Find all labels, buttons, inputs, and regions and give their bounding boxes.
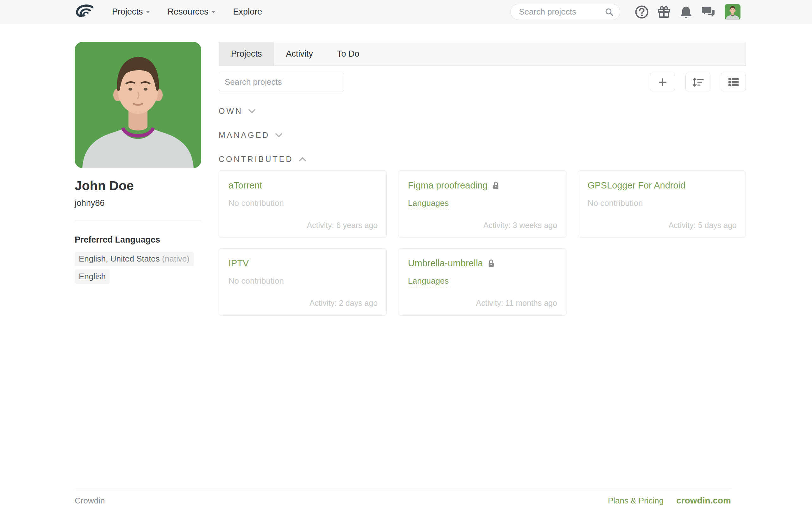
- help-icon[interactable]: [633, 3, 651, 21]
- global-search-input[interactable]: [519, 7, 604, 17]
- language-badge: English: [75, 269, 110, 284]
- lock-icon: [492, 181, 500, 190]
- language-name: English, United States: [79, 254, 160, 263]
- list-view-button[interactable]: [721, 73, 746, 91]
- section-managed-label: MANAGED: [219, 131, 270, 140]
- footer-links: Plans & Pricing crowdin.com: [608, 496, 731, 506]
- project-activity: Activity: 11 months ago: [476, 299, 557, 308]
- project-contribution: No contribution: [588, 198, 736, 208]
- footer-brand-text: Crowdin: [75, 496, 105, 506]
- plans-pricing-link[interactable]: Plans & Pricing: [608, 496, 664, 506]
- project-languages-link[interactable]: Languages: [408, 276, 449, 287]
- project-activity: Activity: 2 days ago: [309, 299, 377, 308]
- menu-resources-label: Resources: [168, 7, 209, 17]
- tab-projects[interactable]: Projects: [219, 42, 274, 66]
- crowdin-logo-icon[interactable]: [75, 4, 94, 20]
- tab-todo[interactable]: To Do: [325, 42, 371, 66]
- add-project-button[interactable]: [650, 73, 675, 91]
- gift-icon[interactable]: [655, 3, 673, 21]
- list-view-icon: [728, 77, 739, 87]
- language-badges: English, United States (native) English: [75, 252, 201, 284]
- sort-icon: [692, 77, 704, 88]
- chevron-down-icon: [275, 133, 282, 137]
- menu-explore[interactable]: Explore: [233, 7, 262, 17]
- language-badge: English, United States (native): [75, 252, 194, 266]
- projects-toolbar: [219, 73, 746, 91]
- global-search: [510, 4, 620, 20]
- profile-tabs: Projects Activity To Do: [219, 42, 746, 66]
- page-footer: Crowdin Plans & Pricing crowdin.com: [75, 489, 731, 506]
- project-contribution: No contribution: [228, 276, 377, 286]
- plus-icon: [657, 77, 668, 88]
- user-avatar[interactable]: [725, 4, 740, 20]
- project-link[interactable]: GPSLogger For Android: [588, 180, 686, 191]
- sort-button[interactable]: [685, 73, 711, 91]
- project-card: IPTV No contribution Activity: 2 days ag…: [219, 248, 387, 316]
- preferred-languages-title: Preferred Languages: [75, 235, 201, 245]
- sidebar-divider: [75, 220, 201, 221]
- menu-explore-label: Explore: [233, 7, 262, 17]
- project-card: Figma proofreading Languages Activity: 3…: [398, 170, 566, 238]
- project-link[interactable]: aTorrent: [228, 180, 262, 191]
- main-menu: Projects Resources Explore: [112, 7, 262, 17]
- contributed-projects-grid: aTorrent No contribution Activity: 6 yea…: [219, 170, 746, 316]
- messages-icon[interactable]: [699, 3, 717, 21]
- menu-projects[interactable]: Projects: [112, 7, 150, 17]
- project-card: aTorrent No contribution Activity: 6 yea…: [219, 170, 387, 238]
- project-contribution: No contribution: [228, 198, 377, 208]
- project-link[interactable]: Figma proofreading: [408, 180, 487, 191]
- chevron-up-icon: [299, 157, 306, 161]
- toolbar-buttons: [650, 73, 746, 91]
- language-name: English: [79, 272, 106, 281]
- menu-projects-label: Projects: [112, 7, 143, 17]
- project-link[interactable]: Umbrella-umbrella: [408, 258, 483, 268]
- project-languages-link[interactable]: Languages: [408, 198, 449, 209]
- search-icon[interactable]: [604, 7, 614, 17]
- top-navbar: Projects Resources Explore: [0, 0, 812, 24]
- project-activity: Activity: 5 days ago: [669, 221, 737, 230]
- page-body: John Doe johny86 Preferred Languages Eng…: [0, 24, 812, 489]
- profile-username: johny86: [75, 198, 201, 208]
- profile-name: John Doe: [75, 178, 201, 193]
- menu-resources[interactable]: Resources: [168, 7, 216, 17]
- project-card: Umbrella-umbrella Languages Activity: 11…: [398, 248, 566, 316]
- section-own[interactable]: OWN: [219, 105, 255, 117]
- project-link[interactable]: IPTV: [228, 258, 249, 268]
- section-contributed-label: CONTRIBUTED: [219, 155, 293, 164]
- caret-down-icon: [146, 11, 150, 13]
- project-activity: Activity: 6 years ago: [307, 221, 378, 230]
- main-content: Projects Activity To Do: [219, 42, 746, 316]
- lock-icon: [487, 259, 495, 267]
- crowdin-com-link[interactable]: crowdin.com: [676, 496, 731, 506]
- projects-search-input[interactable]: [219, 73, 344, 91]
- notifications-icon[interactable]: [677, 3, 695, 21]
- language-native-note: (native): [162, 254, 190, 263]
- navbar-right: [510, 3, 740, 21]
- section-managed[interactable]: MANAGED: [219, 129, 282, 141]
- caret-down-icon: [211, 11, 216, 13]
- profile-photo: [75, 42, 201, 168]
- section-contributed[interactable]: CONTRIBUTED: [219, 153, 306, 165]
- section-own-label: OWN: [219, 106, 243, 116]
- profile-sidebar: John Doe johny86 Preferred Languages Eng…: [75, 42, 201, 284]
- chevron-down-icon: [248, 109, 255, 113]
- tab-activity[interactable]: Activity: [274, 42, 325, 66]
- project-activity: Activity: 3 weeks ago: [483, 221, 557, 230]
- project-card: GPSLogger For Android No contribution Ac…: [578, 170, 746, 238]
